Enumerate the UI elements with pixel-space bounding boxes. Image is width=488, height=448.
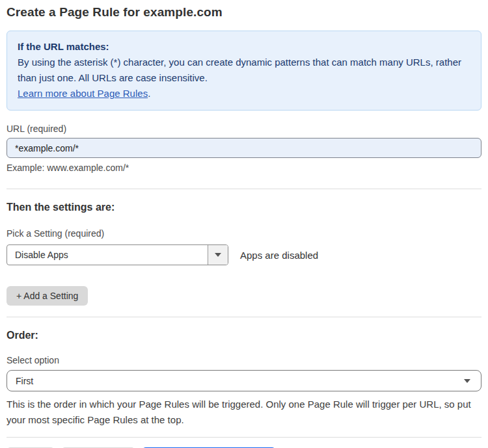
setting-status-text: Apps are disabled xyxy=(240,250,318,261)
learn-more-link[interactable]: Learn more about Page Rules xyxy=(18,88,148,99)
setting-select[interactable]: Disable Apps xyxy=(7,244,228,265)
link-period: . xyxy=(148,88,150,99)
setting-row: Disable Apps Apps are disabled xyxy=(7,244,481,265)
section-divider xyxy=(7,317,481,317)
section-divider xyxy=(7,189,481,189)
settings-section-heading: Then the settings are: xyxy=(7,202,481,213)
order-select-value: First xyxy=(16,376,33,386)
url-field-helper: Example: www.example.com/* xyxy=(7,163,481,173)
order-section-heading: Order: xyxy=(7,330,481,341)
add-setting-button[interactable]: + Add a Setting xyxy=(7,286,88,306)
page-title: Create a Page Rule for example.com xyxy=(7,5,481,20)
url-match-info-box: If the URL matches: By using the asteris… xyxy=(7,31,481,111)
setting-select-value: Disable Apps xyxy=(7,245,208,265)
info-box-body: By using the asterisk (*) character, you… xyxy=(18,55,470,86)
setting-picker-label: Pick a Setting (required) xyxy=(7,228,481,239)
url-input[interactable] xyxy=(7,138,481,158)
chevron-down-icon xyxy=(215,253,221,257)
order-select[interactable]: First xyxy=(7,370,481,391)
create-page-rule-form: Create a Page Rule for example.com If th… xyxy=(0,0,488,448)
setting-select-arrow-button[interactable] xyxy=(208,245,228,265)
footer-divider xyxy=(7,437,481,438)
info-box-link-line: Learn more about Page Rules. xyxy=(18,86,470,101)
chevron-down-icon xyxy=(464,379,470,383)
order-select-label: Select option xyxy=(7,355,481,365)
url-field-label: URL (required) xyxy=(7,124,481,134)
info-box-heading: If the URL matches: xyxy=(18,39,470,55)
order-helper-text: This is the order in which your Page Rul… xyxy=(7,397,481,428)
